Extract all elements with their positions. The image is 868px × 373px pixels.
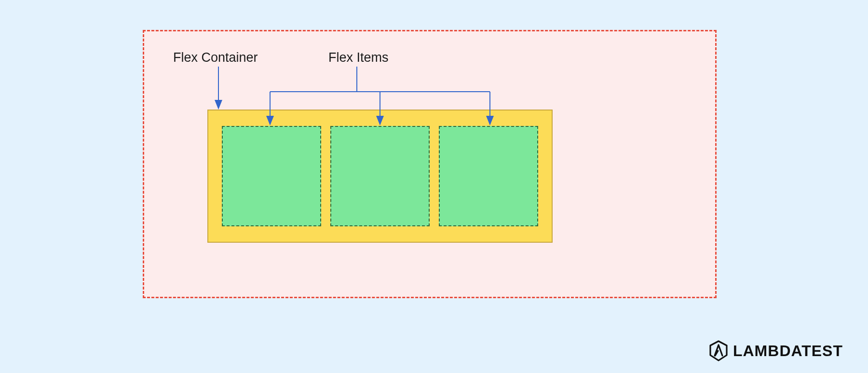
lambda-cube-icon (709, 340, 728, 361)
diagram-canvas: Flex Container Flex Items LAMBDATEST (0, 0, 868, 373)
flex-container-box (207, 110, 553, 243)
brand-logo: LAMBDATEST (709, 340, 843, 361)
label-flex-items: Flex Items (328, 50, 389, 65)
label-flex-container: Flex Container (173, 50, 258, 65)
flex-item (330, 126, 430, 226)
flex-item (439, 126, 538, 226)
flex-item (222, 126, 321, 226)
brand-name: LAMBDATEST (733, 342, 843, 360)
